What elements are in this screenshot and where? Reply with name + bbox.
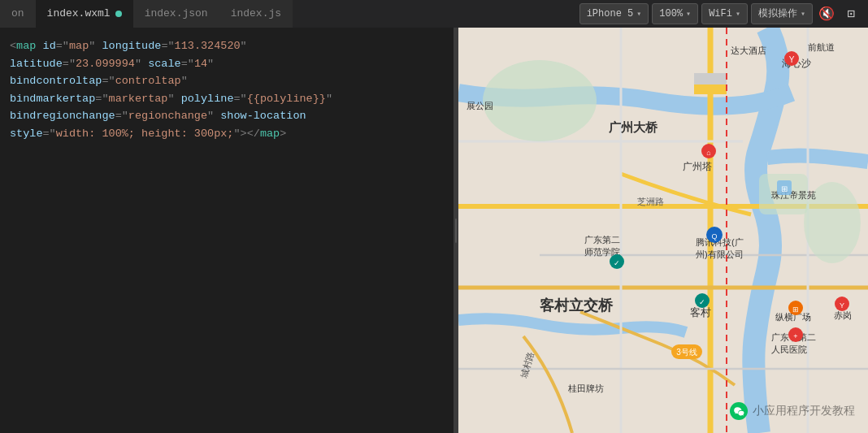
svg-text:客村: 客村	[690, 306, 711, 318]
simulate-chevron-icon: ▾	[801, 9, 805, 19]
svg-text:广东第二: 广东第二	[584, 235, 620, 245]
svg-text:Y: Y	[789, 55, 795, 64]
code-panel: <map id="map" longitude="113.324520" lat…	[0, 28, 454, 433]
svg-point-11	[483, 60, 597, 141]
svg-rect-9	[694, 84, 727, 94]
svg-text:✓: ✓	[614, 259, 620, 267]
svg-text:芝洲路: 芝洲路	[637, 197, 664, 206]
svg-text:Q: Q	[711, 232, 717, 240]
svg-text:⌂: ⌂	[706, 149, 710, 157]
tab-on-label: on	[11, 7, 24, 19]
audio-icon[interactable]: 🔇	[816, 3, 837, 24]
svg-text:展公园: 展公园	[467, 101, 493, 110]
svg-text:广州塔: 广州塔	[683, 161, 712, 172]
tab-index-wxml[interactable]: index.wxml	[36, 0, 133, 28]
map-container[interactable]: 达大酒店 海心沙 前航道 展公园 广州大桥 广州塔 珠江帝景苑 芝洲路 广东第二…	[458, 28, 868, 433]
tab-bar: on index.wxml index.json index.js iPhone…	[0, 0, 868, 28]
network-label: WiFi	[709, 8, 732, 19]
svg-rect-10	[694, 73, 727, 84]
svg-text:3号线: 3号线	[676, 348, 697, 357]
code-line-3: bindcontroltap="controltap"	[10, 72, 454, 90]
code-line-1: <map id="map" longitude="113.324520"	[10, 37, 454, 55]
network-chevron-icon: ▾	[736, 9, 740, 19]
expand-icon[interactable]: ⊡	[840, 3, 861, 24]
tab-index-js[interactable]: index.js	[219, 0, 293, 28]
tab-index-wxml-label: index.wxml	[47, 7, 111, 19]
tab-index-json-label: index.json	[145, 7, 208, 19]
svg-text:⊞: ⊞	[781, 184, 788, 193]
svg-text:Y: Y	[840, 301, 844, 310]
svg-text:达大酒店: 达大酒店	[731, 45, 766, 55]
zoom-label: 100%	[659, 8, 683, 19]
device-chevron-icon: ▾	[636, 9, 641, 19]
svg-text:人民医院: 人民医院	[771, 344, 807, 354]
zoom-selector[interactable]: 100% ▾	[652, 3, 698, 24]
tab-index-json[interactable]: index.json	[133, 0, 219, 28]
device-selector[interactable]: iPhone 5 ▾	[579, 3, 649, 24]
map-svg: 达大酒店 海心沙 前航道 展公园 广州大桥 广州塔 珠江帝景苑 芝洲路 广东第二…	[458, 28, 868, 433]
svg-text:前航道: 前航道	[808, 42, 835, 52]
main-content: <map id="map" longitude="113.324520" lat…	[0, 28, 868, 433]
svg-text:广州大桥: 广州大桥	[608, 120, 658, 134]
code-line-5: bindregionchange="regionchange" show-loc…	[10, 107, 454, 125]
svg-text:⊞: ⊞	[792, 305, 799, 314]
svg-text:州)有限公司: 州)有限公司	[696, 249, 744, 259]
code-line-2: latitude="23.099994" scale="14"	[10, 55, 454, 73]
svg-text:+: +	[793, 332, 797, 340]
code-line-4: bindmarkertap="markertap" polyline="{{po…	[10, 90, 454, 108]
tab-modified-dot	[115, 11, 122, 17]
toolbar-right: iPhone 5 ▾ 100% ▾ WiFi ▾ 模拟操作 ▾ 🔇 ⊡	[293, 0, 868, 28]
tab-index-js-label: index.js	[231, 7, 281, 19]
zoom-chevron-icon: ▾	[686, 9, 691, 19]
svg-text:✓: ✓	[699, 298, 705, 306]
code-line-6: style="width: 100%; height: 300px;"></ma…	[10, 125, 454, 143]
tab-on[interactable]: on	[0, 0, 36, 28]
preview-panel: 达大酒店 海心沙 前航道 展公园 广州大桥 广州塔 珠江帝景苑 芝洲路 广东第二…	[458, 28, 868, 433]
svg-text:客村立交桥: 客村立交桥	[540, 297, 614, 314]
simulate-label: 模拟操作	[758, 6, 797, 20]
svg-text:赤岗: 赤岗	[834, 310, 852, 320]
svg-text:桂田牌坊: 桂田牌坊	[567, 383, 604, 393]
device-label: iPhone 5	[587, 8, 634, 19]
network-selector[interactable]: WiFi ▾	[701, 3, 748, 24]
simulate-selector[interactable]: 模拟操作 ▾	[751, 3, 813, 24]
